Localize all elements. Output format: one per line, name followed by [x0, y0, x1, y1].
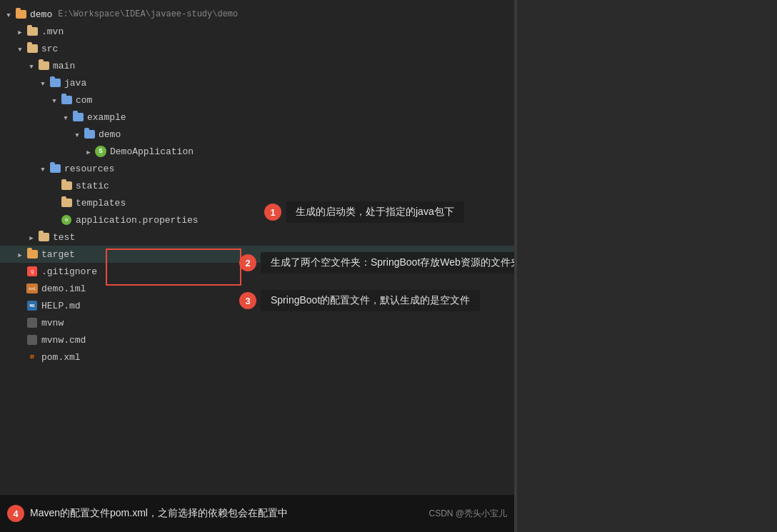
tree-item-mvnw[interactable]: mvnw — [0, 314, 514, 331]
src-label: src — [41, 44, 58, 54]
folder-icon-java — [49, 77, 61, 89]
arrow-demo — [3, 9, 14, 20]
tree-item-demo[interactable]: demo E:\Workspace\IDEA\javaee-study\demo — [0, 6, 514, 23]
folder-icon-target — [26, 249, 39, 260]
demoapp-label: DemoApplication — [110, 146, 194, 157]
tree-item-mvn[interactable]: .mvn — [0, 23, 514, 40]
annotation-2: 2 生成了两个空文件夹：SpringBoot存放Web资源的文件夹 — [239, 252, 514, 273]
arrow-resources — [37, 163, 49, 174]
tree-item-static[interactable]: static — [0, 177, 514, 194]
file-tree: demo E:\Workspace\IDEA\javaee-study\demo… — [0, 0, 514, 371]
file-icon-mvnw — [26, 317, 39, 328]
file-icon-pomxml: m — [26, 351, 39, 363]
arrow-com — [49, 94, 60, 106]
templates-label: templates — [76, 198, 126, 209]
badge-3: 3 — [239, 292, 256, 309]
example-label: example — [87, 112, 126, 123]
annotation-3: 3 SpringBoot的配置文件，默认生成的是空文件 — [239, 290, 480, 311]
demo2-label: demo — [99, 129, 121, 140]
folder-icon-main — [37, 60, 50, 71]
tree-item-src[interactable]: src — [0, 40, 514, 57]
demo-path: E:\Workspace\IDEA\javaee-study\demo — [58, 9, 238, 19]
folder-icon-resources — [49, 163, 61, 174]
target-label: target — [41, 249, 75, 260]
tree-item-main[interactable]: main — [0, 57, 514, 74]
arrow-demo2 — [71, 129, 83, 140]
spring-app-icon: S — [94, 146, 107, 157]
helpmd-label: HELP.md — [41, 301, 81, 311]
file-icon-gitignore: g — [26, 266, 39, 277]
resources-label: resources — [64, 164, 114, 174]
folder-icon-src — [26, 43, 39, 54]
tree-item-resources[interactable]: resources — [0, 160, 514, 177]
folder-icon-demo2 — [83, 129, 96, 140]
tree-item-demo2[interactable]: demo — [0, 126, 514, 143]
mvn-label: .mvn — [41, 26, 64, 37]
tree-item-example[interactable]: example — [0, 109, 514, 126]
tree-item-com[interactable]: com — [0, 91, 514, 109]
tree-item-mvnwcmd[interactable]: mvnw.cmd — [0, 331, 514, 348]
arrow-demoapp — [83, 146, 94, 157]
tree-item-pomxml[interactable]: m pom.xml — [0, 348, 514, 366]
file-icon-mvnwcmd — [26, 334, 39, 346]
tree-item-demoapp[interactable]: S DemoApplication — [0, 143, 514, 160]
gitignore-label: .gitignore — [41, 266, 97, 277]
badge-4: 4 — [7, 505, 24, 522]
folder-icon-com — [60, 94, 73, 106]
annotation-text-3: SpringBoot的配置文件，默认生成的是空文件 — [261, 290, 480, 311]
folder-icon-demo — [14, 9, 27, 20]
arrow-example — [60, 111, 71, 123]
demo-label: demo — [30, 9, 52, 20]
arrow-mvn — [14, 26, 26, 37]
bottom-annotation-text: Maven的配置文件pom.xml，之前选择的依赖包会在配置中 — [30, 507, 288, 520]
test-label: test — [53, 232, 75, 243]
appprops-label: application.properties — [76, 215, 199, 226]
badge-2: 2 — [239, 254, 256, 271]
arrow-target — [14, 249, 26, 260]
tree-item-java[interactable]: java — [0, 74, 514, 91]
file-icon-demoliml: iml — [26, 283, 39, 294]
file-icon-helpmd: MD — [26, 300, 39, 311]
folder-icon-example — [71, 111, 84, 123]
tree-item-test[interactable]: test — [0, 229, 514, 246]
file-tree-panel: demo E:\Workspace\IDEA\javaee-study\demo… — [0, 0, 514, 532]
arrow-src — [14, 43, 26, 54]
annotation-text-2: 生成了两个空文件夹：SpringBoot存放Web资源的文件夹 — [261, 252, 514, 273]
main-label: main — [53, 61, 75, 71]
mvnwcmd-label: mvnw.cmd — [41, 335, 86, 346]
arrow-java — [37, 77, 49, 89]
pomxml-label: pom.xml — [41, 352, 81, 363]
watermark: CSDN @秃头小宝儿 — [428, 508, 507, 520]
java-label: java — [64, 78, 86, 89]
com-label: com — [76, 95, 92, 106]
right-panel — [517, 0, 777, 532]
arrow-main — [26, 60, 37, 71]
static-label: static — [76, 181, 109, 191]
badge-1: 1 — [264, 204, 281, 221]
arrow-test — [26, 231, 37, 243]
folder-icon-test — [37, 231, 50, 243]
annotation-1: 1 生成的启动类，处于指定的java包下 — [264, 201, 464, 223]
folder-icon-templates — [60, 197, 73, 209]
annotation-text-1: 生成的启动类，处于指定的java包下 — [286, 201, 464, 223]
bottom-annotation-bar: 4 Maven的配置文件pom.xml，之前选择的依赖包会在配置中 CSDN @… — [0, 495, 514, 532]
mvnw-label: mvnw — [41, 318, 64, 328]
spring-props-icon: ⚙ — [60, 214, 73, 226]
folder-icon-static — [60, 180, 73, 191]
folder-icon-mvn — [26, 26, 39, 37]
demoliml-label: demo.iml — [41, 283, 86, 294]
